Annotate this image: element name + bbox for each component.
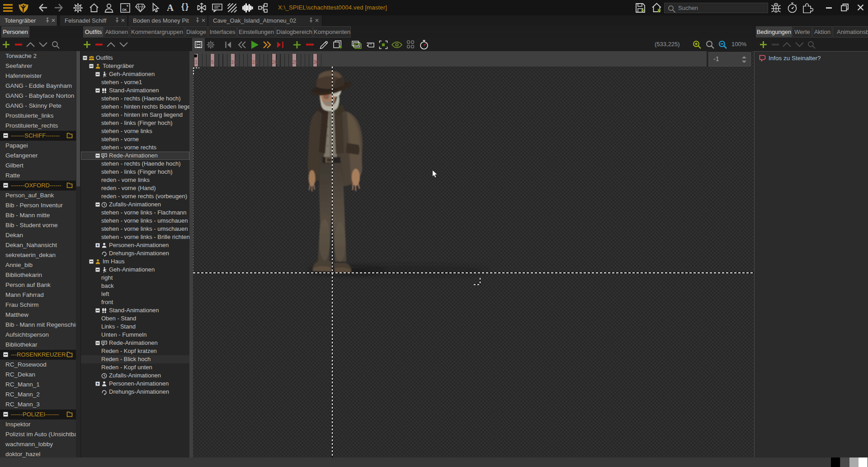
svg-text:OK: OK (122, 8, 127, 11)
svg-text:0-9: 0-9 (368, 43, 372, 45)
